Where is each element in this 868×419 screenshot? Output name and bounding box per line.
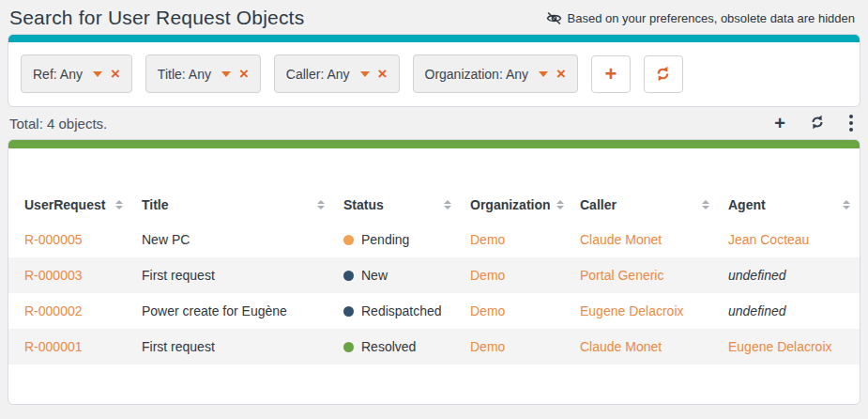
- status-cell: New: [334, 257, 461, 293]
- column-header-caller[interactable]: Caller: [571, 188, 719, 222]
- column-header-organization[interactable]: Organization: [461, 188, 571, 222]
- filter-chip-title[interactable]: Title: Any ×: [145, 54, 261, 93]
- table-header-row: UserRequest Title Status Organization Ca…: [8, 188, 860, 222]
- caller-cell: Claude Monet: [571, 222, 719, 257]
- organization-cell: Demo: [461, 222, 571, 257]
- table-row: R-000003 First request New Demo Portal G…: [8, 257, 860, 293]
- agent-cell: Jean Cocteau: [719, 222, 860, 257]
- userrequest-link[interactable]: R-000003: [24, 268, 83, 283]
- agent-link[interactable]: Eugene Delacroix: [728, 339, 832, 354]
- more-actions-menu-button[interactable]: [849, 115, 853, 132]
- title-cell: Power create for Eugène: [132, 293, 334, 329]
- add-criterion-button[interactable]: +: [591, 55, 631, 93]
- organization-cell: Demo: [461, 293, 571, 329]
- close-icon[interactable]: ×: [111, 66, 120, 82]
- results-panel-accent-bar: [8, 140, 860, 148]
- userrequest-link[interactable]: R-000002: [24, 303, 83, 318]
- results-panel: UserRequest Title Status Organization Ca…: [8, 139, 860, 405]
- sort-icon[interactable]: [556, 200, 564, 210]
- close-icon[interactable]: ×: [378, 66, 388, 82]
- results-toolbar: Total: 4 objects. +: [0, 107, 868, 139]
- chevron-down-icon[interactable]: [360, 71, 370, 77]
- plus-icon: +: [774, 114, 785, 132]
- organization-link[interactable]: Demo: [470, 339, 505, 354]
- eye-slash-icon: [546, 11, 562, 25]
- close-icon[interactable]: ×: [239, 66, 249, 82]
- total-objects-label: Total: 4 objects.: [9, 116, 107, 132]
- plus-icon: +: [605, 62, 617, 86]
- agent-cell: undefined: [719, 257, 860, 293]
- column-header-label: UserRequest: [24, 197, 105, 212]
- status-dot: [343, 235, 354, 245]
- status-label: Pending: [361, 232, 409, 247]
- toolbar-icons: +: [774, 114, 853, 132]
- status-dot: [343, 342, 354, 352]
- table-row: R-000001 First request Resolved Demo Cla…: [8, 329, 860, 365]
- search-criteria-panel: Ref: Any × Title: Any × Caller: Any × Or…: [8, 34, 860, 107]
- results-table: UserRequest Title Status Organization Ca…: [8, 188, 860, 365]
- filter-chip-label: Caller: Any: [286, 67, 350, 82]
- filter-chip-caller[interactable]: Caller: Any ×: [274, 54, 400, 93]
- chevron-down-icon[interactable]: [221, 71, 231, 77]
- table-row: R-000002 Power create for Eugène Redispa…: [8, 293, 860, 329]
- userrequest-link[interactable]: R-000005: [24, 232, 83, 247]
- caller-link[interactable]: Claude Monet: [580, 232, 662, 247]
- status-cell: Resolved: [334, 329, 461, 365]
- refresh-search-button[interactable]: [644, 55, 683, 93]
- column-header-userrequest[interactable]: UserRequest: [8, 188, 132, 222]
- sort-icon[interactable]: [702, 200, 709, 210]
- organization-cell: Demo: [461, 257, 571, 293]
- status-cell: Redispatched: [334, 293, 461, 329]
- column-header-label: Title: [142, 197, 169, 212]
- search-filter-bar: Ref: Any × Title: Any × Caller: Any × Or…: [8, 42, 860, 106]
- page-title: Search for User Request Objects: [9, 7, 304, 29]
- agent-undefined-value: undefined: [728, 303, 786, 318]
- add-object-button[interactable]: +: [774, 114, 785, 132]
- title-cell: First request: [132, 257, 334, 293]
- column-header-title[interactable]: Title: [132, 188, 334, 222]
- organization-link[interactable]: Demo: [470, 268, 505, 283]
- refresh-icon: [655, 66, 671, 82]
- agent-link[interactable]: Jean Cocteau: [728, 232, 809, 247]
- status-label: Redispatched: [361, 303, 442, 318]
- obsolete-data-notice: Based on your preferences, obsolete data…: [546, 11, 855, 25]
- filter-chip-label: Ref: Any: [33, 67, 83, 82]
- caller-cell: Claude Monet: [571, 329, 719, 365]
- caller-cell: Eugene Delacroix: [571, 293, 719, 329]
- status-dot: [343, 306, 354, 317]
- filter-chip-label: Organization: Any: [425, 67, 529, 82]
- agent-cell: Eugene Delacroix: [719, 329, 860, 365]
- close-icon[interactable]: ×: [556, 66, 566, 82]
- refresh-icon: [810, 114, 825, 132]
- filter-chip-organization[interactable]: Organization: Any ×: [413, 54, 578, 93]
- userrequest-cell: R-000001: [8, 329, 132, 365]
- sort-icon[interactable]: [444, 200, 451, 210]
- status-dot: [343, 271, 354, 281]
- caller-link[interactable]: Eugene Delacroix: [580, 303, 684, 318]
- caller-link[interactable]: Claude Monet: [580, 339, 662, 354]
- sort-icon[interactable]: [317, 200, 325, 210]
- chevron-down-icon[interactable]: [93, 71, 102, 77]
- sort-icon[interactable]: [115, 200, 123, 210]
- agent-undefined-value: undefined: [728, 268, 786, 283]
- chevron-down-icon[interactable]: [539, 71, 548, 77]
- userrequest-cell: R-000005: [8, 222, 132, 257]
- caller-link[interactable]: Portal Generic: [580, 268, 663, 283]
- organization-cell: Demo: [461, 329, 571, 365]
- table-row: R-000005 New PC Pending Demo Claude Mone…: [8, 222, 860, 257]
- refresh-list-button[interactable]: [810, 114, 825, 132]
- column-header-label: Agent: [728, 197, 766, 212]
- filter-chip-ref[interactable]: Ref: Any ×: [21, 54, 132, 93]
- agent-cell: undefined: [719, 293, 860, 329]
- title-cell: New PC: [132, 222, 334, 257]
- column-header-agent[interactable]: Agent: [719, 188, 860, 222]
- organization-link[interactable]: Demo: [470, 303, 505, 318]
- sort-icon[interactable]: [843, 200, 850, 210]
- column-header-label: Caller: [580, 197, 617, 212]
- column-header-status[interactable]: Status: [334, 188, 461, 222]
- column-header-label: Status: [343, 197, 384, 212]
- search-panel-accent-bar: [8, 35, 860, 42]
- organization-link[interactable]: Demo: [470, 232, 505, 247]
- filter-chip-label: Title: Any: [158, 67, 211, 82]
- userrequest-link[interactable]: R-000001: [24, 339, 83, 354]
